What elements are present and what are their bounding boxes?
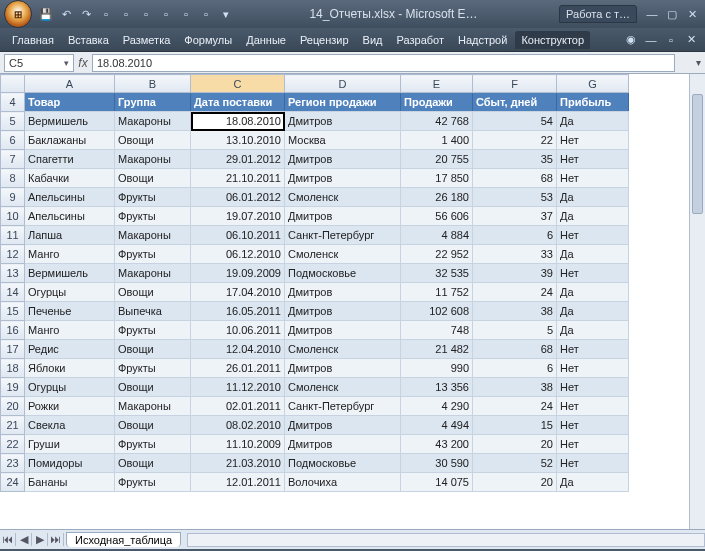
cell[interactable]: Да xyxy=(557,112,629,131)
row-header[interactable]: 16 xyxy=(1,321,25,340)
close-button[interactable]: ✕ xyxy=(683,6,701,22)
cell[interactable]: Овощи xyxy=(115,283,191,302)
cell[interactable]: Овощи xyxy=(115,131,191,150)
qat-icon[interactable]: ▫ xyxy=(138,6,154,22)
row-header[interactable]: 13 xyxy=(1,264,25,283)
expand-formula-icon[interactable]: ▾ xyxy=(691,57,705,68)
cell[interactable]: Овощи xyxy=(115,378,191,397)
cell[interactable]: Овощи xyxy=(115,416,191,435)
cell[interactable]: Манго xyxy=(25,321,115,340)
restore-window-icon[interactable]: ▫ xyxy=(663,32,679,48)
cell[interactable]: Печенье xyxy=(25,302,115,321)
cell[interactable]: 12.01.2011 xyxy=(191,473,285,492)
cell[interactable]: Да xyxy=(557,245,629,264)
cell[interactable]: 16.05.2011 xyxy=(191,302,285,321)
ribbon-tab[interactable]: Надстрой xyxy=(452,31,513,49)
vertical-scrollbar[interactable] xyxy=(689,74,705,529)
row-header[interactable]: 9 xyxy=(1,188,25,207)
cell[interactable]: Фрукты xyxy=(115,207,191,226)
cell[interactable]: Огурцы xyxy=(25,378,115,397)
cell[interactable]: 54 xyxy=(473,112,557,131)
cell[interactable]: 4 884 xyxy=(401,226,473,245)
cell[interactable]: 990 xyxy=(401,359,473,378)
worksheet-area[interactable]: ABCDEFG4ТоварГруппаДата поставкиРегион п… xyxy=(0,74,705,529)
row-header[interactable]: 20 xyxy=(1,397,25,416)
cell[interactable]: Макароны xyxy=(115,226,191,245)
cell[interactable]: 08.02.2010 xyxy=(191,416,285,435)
row-header[interactable]: 10 xyxy=(1,207,25,226)
cell[interactable]: Апельсины xyxy=(25,188,115,207)
cell[interactable]: 102 608 xyxy=(401,302,473,321)
cell[interactable]: 68 xyxy=(473,340,557,359)
cell[interactable]: Вермишель xyxy=(25,112,115,131)
cell[interactable]: 24 xyxy=(473,397,557,416)
cell[interactable]: Фрукты xyxy=(115,245,191,264)
cell[interactable]: Нет xyxy=(557,169,629,188)
cell[interactable]: 29.01.2012 xyxy=(191,150,285,169)
close-doc-icon[interactable]: ✕ xyxy=(683,32,699,48)
cell[interactable]: Макароны xyxy=(115,264,191,283)
row-header[interactable]: 19 xyxy=(1,378,25,397)
cell[interactable]: 748 xyxy=(401,321,473,340)
qat-icon[interactable]: ▫ xyxy=(158,6,174,22)
cell[interactable]: Нет xyxy=(557,435,629,454)
contextual-tab-label[interactable]: Работа с т… xyxy=(559,5,637,23)
cell[interactable]: 4 290 xyxy=(401,397,473,416)
cell[interactable]: Смоленск xyxy=(285,245,401,264)
cell[interactable]: 14 075 xyxy=(401,473,473,492)
cell[interactable]: Дмитров xyxy=(285,169,401,188)
cell[interactable]: 17.04.2010 xyxy=(191,283,285,302)
cell[interactable]: 19.09.2009 xyxy=(191,264,285,283)
cell[interactable]: Да xyxy=(557,283,629,302)
cell[interactable]: 20 755 xyxy=(401,150,473,169)
table-header-cell[interactable]: Регион продажи xyxy=(285,93,401,112)
cell[interactable]: Да xyxy=(557,188,629,207)
cell[interactable]: 32 535 xyxy=(401,264,473,283)
cell[interactable]: Дмитров xyxy=(285,302,401,321)
row-header[interactable]: 8 xyxy=(1,169,25,188)
cell[interactable]: 15 xyxy=(473,416,557,435)
cell[interactable]: Выпечка xyxy=(115,302,191,321)
cell[interactable]: 38 xyxy=(473,302,557,321)
cell[interactable]: Нет xyxy=(557,454,629,473)
cell[interactable]: Груши xyxy=(25,435,115,454)
cell[interactable]: 37 xyxy=(473,207,557,226)
cell[interactable]: 53 xyxy=(473,188,557,207)
cell[interactable]: Санкт-Петербург xyxy=(285,397,401,416)
cell[interactable]: Дмитров xyxy=(285,283,401,302)
cell[interactable]: 5 xyxy=(473,321,557,340)
office-button[interactable]: ⊞ xyxy=(4,0,32,28)
row-header[interactable]: 11 xyxy=(1,226,25,245)
cell[interactable]: 13 356 xyxy=(401,378,473,397)
cell[interactable]: Нет xyxy=(557,416,629,435)
qat-icon[interactable]: ▫ xyxy=(98,6,114,22)
cell[interactable]: Да xyxy=(557,321,629,340)
row-header[interactable]: 12 xyxy=(1,245,25,264)
cell[interactable]: Фрукты xyxy=(115,473,191,492)
cell[interactable]: 56 606 xyxy=(401,207,473,226)
cell[interactable]: 38 xyxy=(473,378,557,397)
ribbon-tab[interactable]: Конструктор xyxy=(515,31,590,49)
cell[interactable]: Овощи xyxy=(115,169,191,188)
row-header[interactable]: 5 xyxy=(1,112,25,131)
cell[interactable]: Нет xyxy=(557,397,629,416)
select-all-corner[interactable] xyxy=(1,75,25,93)
save-icon[interactable]: 💾 xyxy=(38,6,54,22)
cell[interactable]: Апельсины xyxy=(25,207,115,226)
cell[interactable]: 6 xyxy=(473,226,557,245)
first-sheet-icon[interactable]: ⏮ xyxy=(0,533,16,546)
cell[interactable]: 21 482 xyxy=(401,340,473,359)
cell[interactable]: Макароны xyxy=(115,112,191,131)
cell[interactable]: Лапша xyxy=(25,226,115,245)
cell[interactable]: 26 180 xyxy=(401,188,473,207)
cell[interactable]: 42 768 xyxy=(401,112,473,131)
prev-sheet-icon[interactable]: ◀ xyxy=(16,533,32,546)
last-sheet-icon[interactable]: ⏭ xyxy=(48,533,64,546)
cell[interactable]: Вермишель xyxy=(25,264,115,283)
cell[interactable]: 17 850 xyxy=(401,169,473,188)
row-header[interactable]: 18 xyxy=(1,359,25,378)
ribbon-tab[interactable]: Данные xyxy=(240,31,292,49)
cell[interactable]: 06.01.2012 xyxy=(191,188,285,207)
cell[interactable]: Дмитров xyxy=(285,321,401,340)
cell[interactable]: Макароны xyxy=(115,397,191,416)
